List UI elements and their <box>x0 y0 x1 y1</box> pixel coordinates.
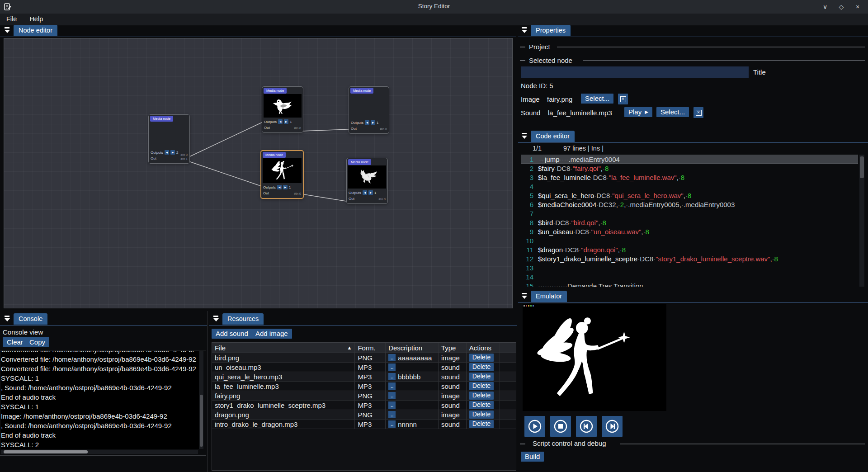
delete-button[interactable]: Delete <box>469 420 494 428</box>
code-editor-collapse-icon[interactable] <box>521 132 528 139</box>
console-horizontal-scrollbar-thumb[interactable] <box>4 450 88 453</box>
console-resources-splitter[interactable] <box>208 311 208 472</box>
delete-button[interactable]: Delete <box>469 354 494 362</box>
edit-description-button[interactable]: .. <box>388 392 396 399</box>
outputs-decrement-button[interactable]: ◀ <box>165 150 169 155</box>
add-image-button[interactable]: Add image <box>251 329 292 339</box>
sound-clear-button[interactable]: × <box>693 107 703 118</box>
clear-button[interactable]: Clear <box>3 337 27 347</box>
add-sound-button[interactable]: Add sound <box>212 329 252 339</box>
code-line[interactable]: 6$mediaChoice0004·DC32,·2,·.mediaEntry00… <box>521 200 858 209</box>
code-line[interactable]: 10 <box>521 236 858 245</box>
step-forward-button[interactable] <box>602 416 623 437</box>
outputs-decrement-button[interactable]: ◀ <box>278 119 283 124</box>
code-vertical-scrollbar[interactable] <box>859 155 864 287</box>
table-row[interactable]: dragon.pngPNG..imageDelete <box>212 410 516 420</box>
console-horizontal-scrollbar[interactable] <box>1 450 198 454</box>
delete-button[interactable]: Delete <box>469 363 494 371</box>
emulator-collapse-icon[interactable] <box>521 293 528 299</box>
outputs-increment-button[interactable]: ▶ <box>283 185 288 189</box>
build-button[interactable]: Build <box>521 452 544 462</box>
code-line[interactable]: 13 <box>521 263 858 272</box>
table-row[interactable]: story1_drako_luminelle_sceptre.mp3MP3..s… <box>212 401 516 410</box>
node-editor-collapse-icon[interactable] <box>4 27 10 33</box>
code-line[interactable]: 8$bird·DC8·"bird.qoi",·8 <box>521 218 858 227</box>
delete-button[interactable]: Delete <box>469 382 494 390</box>
table-row[interactable]: la_fee_luminelle.mp3MP3..soundDelete <box>212 382 516 391</box>
main-splitter[interactable] <box>517 25 517 472</box>
column-header-file[interactable]: File▲ <box>212 343 355 353</box>
edit-description-button[interactable]: .. <box>388 373 396 380</box>
graph-node[interactable]: Media nodeOutputs◀▶1Out#In 0 <box>349 86 389 134</box>
delete-button[interactable]: Delete <box>469 392 494 400</box>
code-line[interactable]: 12$story1_drako_luminelle_sceptre·DC8·"s… <box>521 254 858 263</box>
code-line[interactable]: 4 <box>521 182 858 191</box>
table-row[interactable]: un_oiseau.mp3MP3..soundDelete <box>212 363 516 372</box>
outputs-decrement-button[interactable]: ◀ <box>365 120 369 125</box>
column-header-actions[interactable]: Actions <box>467 343 500 353</box>
edit-description-button[interactable]: .. <box>388 411 396 418</box>
delete-button[interactable]: Delete <box>469 411 494 419</box>
image-clear-button[interactable]: × <box>618 94 628 104</box>
graph-node-fairy[interactable]: Media node Outputs◀▶1Out#In 0 <box>260 150 304 199</box>
edit-description-button[interactable]: .. <box>388 401 396 409</box>
code-line[interactable]: 2$fairy·DC8·"fairy.qoi",·8 <box>521 164 858 173</box>
code-editor-text[interactable]: 1→jump····.mediaEntry00042$fairy·DC8·"fa… <box>521 155 858 287</box>
graph-node[interactable]: Media nodeOutputs◀▶2Out#In 0#In 1 <box>148 114 190 164</box>
table-row[interactable]: qui_sera_le_hero.mp3MP3..bbbbbbsoundDele… <box>212 372 516 382</box>
code-line[interactable]: 9$un_oiseau·DC8·"un_oiseau.wav",·8 <box>521 227 858 236</box>
tab-node-editor[interactable]: Node editor <box>14 25 57 36</box>
node-editor-canvas[interactable]: Media nodeOutputs◀▶2Out#In 0#In 1Media n… <box>4 38 513 308</box>
table-row[interactable]: intro_drako_le_dragon.mp3MP3..nnnnnsound… <box>212 420 516 429</box>
play-button[interactable] <box>524 416 545 437</box>
code-line[interactable]: 3$la_fee_luminelle·DC8·"la_fee_luminelle… <box>521 173 858 182</box>
menu-help[interactable]: Help <box>23 14 49 25</box>
code-line[interactable]: 1→jump····.mediaEntry0004 <box>521 155 858 164</box>
code-line[interactable]: 5$qui_sera_le_hero·DC8·"qui_sera_le_hero… <box>521 191 858 200</box>
console-vertical-scrollbar-thumb[interactable] <box>200 395 203 447</box>
menu-file[interactable]: File <box>0 14 23 25</box>
outputs-increment-button[interactable]: ▶ <box>284 119 288 124</box>
table-row[interactable]: fairy.pngPNG..imageDelete <box>212 391 516 401</box>
sound-select-button[interactable]: Select... <box>656 107 689 117</box>
code-line[interactable]: 14 <box>521 272 858 281</box>
column-header-type[interactable]: Type <box>439 343 467 353</box>
copy-button[interactable]: Copy <box>25 337 49 347</box>
image-select-button[interactable]: Select... <box>581 94 613 104</box>
tab-emulator[interactable]: Emulator <box>531 291 567 302</box>
delete-button[interactable]: Delete <box>469 401 494 409</box>
outputs-increment-button[interactable]: ▶ <box>170 150 175 155</box>
edit-description-button[interactable]: .. <box>388 382 396 390</box>
outputs-decrement-button[interactable]: ◀ <box>363 190 367 195</box>
code-vertical-scrollbar-thumb[interactable] <box>860 156 864 178</box>
tab-console[interactable]: Console <box>14 313 47 325</box>
edit-description-button[interactable]: .. <box>388 363 396 371</box>
close-icon[interactable]: × <box>852 2 863 11</box>
graph-node-dragon[interactable]: Media node Outputs◀▶1Out#In 0 <box>346 158 388 204</box>
title-input[interactable] <box>521 66 749 78</box>
minimize-icon[interactable]: ∨ <box>819 2 831 11</box>
resources-collapse-icon[interactable] <box>212 315 219 322</box>
table-row[interactable]: bird.pngPNG..aaaaaaaaaimageDelete <box>212 353 516 363</box>
delete-button[interactable]: Delete <box>469 373 494 381</box>
stop-button[interactable] <box>550 416 571 437</box>
step-back-button[interactable] <box>576 416 597 437</box>
code-line[interactable]: 15·············Demande Tres Transition <box>521 281 858 287</box>
properties-collapse-icon[interactable] <box>521 27 528 33</box>
tab-resources[interactable]: Resources <box>222 313 264 325</box>
tab-properties[interactable]: Properties <box>531 25 571 36</box>
graph-node-bird[interactable]: Media node Outputs◀▶1Out#In 0 <box>262 86 303 133</box>
edit-description-button[interactable]: .. <box>388 354 396 361</box>
outputs-increment-button[interactable]: ▶ <box>368 190 373 195</box>
console-output[interactable]: Convertered file: /home/anthony/ostproj/… <box>1 351 199 449</box>
tab-code-editor[interactable]: Code editor <box>531 131 575 142</box>
code-line[interactable]: 7 <box>521 209 858 218</box>
maximize-icon[interactable]: ◇ <box>835 2 847 11</box>
console-vertical-scrollbar[interactable] <box>199 351 203 449</box>
sound-play-button[interactable]: Play ▶ <box>624 107 652 117</box>
column-header-description[interactable]: Description <box>386 343 439 353</box>
console-collapse-icon[interactable] <box>4 315 10 322</box>
column-header-form[interactable]: Form. <box>355 343 386 353</box>
outputs-decrement-button[interactable]: ◀ <box>277 185 282 189</box>
outputs-increment-button[interactable]: ▶ <box>371 120 375 125</box>
